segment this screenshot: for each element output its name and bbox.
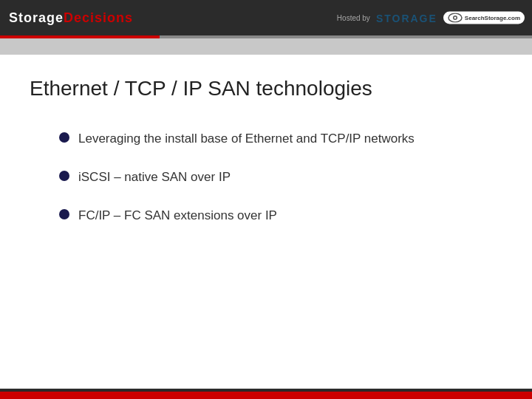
list-item: FC/IP – FC SAN extensions over IP xyxy=(59,207,502,225)
bullet-dot-3 xyxy=(59,209,69,219)
logo-storage-text: Storage xyxy=(9,10,64,26)
bullet-text-1: Leveraging the install base of Ethernet … xyxy=(78,130,415,148)
logo: Storage Decisions xyxy=(9,10,133,26)
sub-header-band xyxy=(0,38,532,55)
list-item: Leveraging the install base of Ethernet … xyxy=(59,130,502,148)
slide-title: Ethernet / TCP / IP SAN technologies xyxy=(30,77,502,100)
bullet-list: Leveraging the install base of Ethernet … xyxy=(59,130,502,224)
searchstorage-text: SearchStorage.com xyxy=(465,15,520,21)
svg-point-2 xyxy=(454,17,456,19)
bullet-text-3: FC/IP – FC SAN extensions over IP xyxy=(78,207,277,225)
bullet-dot-1 xyxy=(59,132,69,143)
storage-brand-label: STORAGE xyxy=(376,12,437,24)
bullet-text-2: iSCSI – native SAN over IP xyxy=(78,168,231,186)
main-content: Ethernet / TCP / IP SAN technologies Lev… xyxy=(0,55,532,259)
hosted-by-label: Hosted by xyxy=(337,14,370,22)
header-bar: Storage Decisions Hosted by STORAGE Sear… xyxy=(0,0,532,35)
bullet-dot-2 xyxy=(59,171,69,181)
logo-decisions-text: Decisions xyxy=(64,10,133,26)
searchstorage-badge: SearchStorage.com xyxy=(443,12,525,24)
bottom-red-bar xyxy=(0,392,532,399)
list-item: iSCSI – native SAN over IP xyxy=(59,168,502,186)
eye-icon xyxy=(448,13,463,23)
header-right-area: Hosted by STORAGE SearchStorage.com xyxy=(337,12,525,24)
